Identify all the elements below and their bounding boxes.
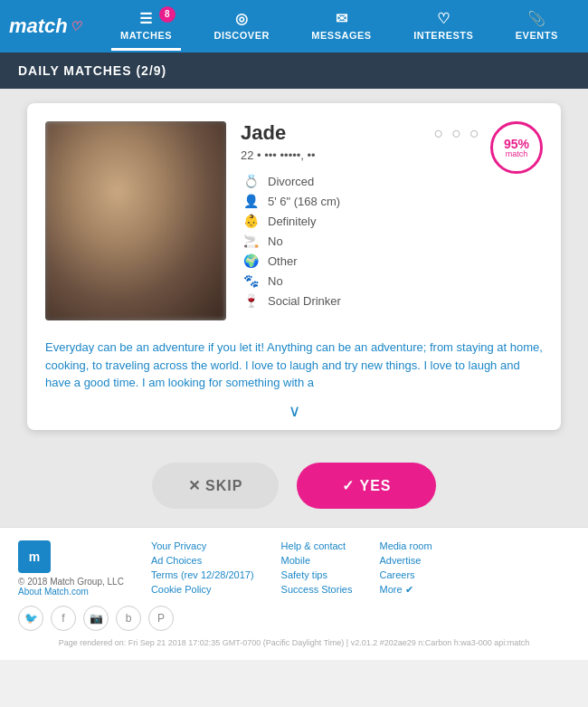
drinking-value: Social Drinker [268,294,341,308]
match-label-text: match [506,150,528,158]
ad-choices-link[interactable]: Ad Choices [151,555,254,566]
events-label: EVENTS [516,30,558,41]
card-container: 95% match Jade ○ ○ ○ 22 • ••• •••••, •• … [0,89,588,444]
action-buttons: ✕ SKIP ✓ YES [0,444,588,527]
more-link[interactable]: More ✔ [379,584,432,596]
nav-discover[interactable]: ◎ DISCOVER [204,3,278,51]
footer-brand: m © 2018 Match Group, LLC About Match.co… [18,540,124,597]
messages-label: MESSAGES [311,30,371,41]
profile-name: Jade [241,121,286,145]
footer-top: m © 2018 Match Group, LLC About Match.co… [18,540,570,597]
profile-photo[interactable] [45,121,226,320]
drinking-icon: 🍷 [241,293,261,308]
skip-button[interactable]: ✕ SKIP [152,463,280,509]
ethnicity-icon: 🌍 [241,253,261,268]
match-percent: 95% [504,138,529,150]
logo-heart-icon: ♡ [70,19,81,33]
detail-smoking: 🚬 No [241,234,543,248]
pets-icon: 🐾 [241,273,261,288]
nav-interests[interactable]: ♡ INTERESTS [404,3,482,51]
pinterest-icon[interactable]: P [148,606,174,631]
profile-name-row: Jade ○ ○ ○ [241,121,481,145]
matches-label: MATCHES [120,30,172,41]
cookie-policy-link[interactable]: Cookie Policy [151,584,254,595]
location-value: • ••• •••••, •• [257,148,316,162]
detail-drinking: 🍷 Social Drinker [241,293,543,308]
detail-ethnicity: 🌍 Other [241,253,543,268]
mobile-link[interactable]: Mobile [281,555,353,566]
media-room-link[interactable]: Media room [379,540,432,551]
interests-label: INTERESTS [413,30,473,41]
help-contact-link[interactable]: Help & contact [281,540,353,551]
discover-label: DISCOVER [213,30,269,41]
card-content: 95% match Jade ○ ○ ○ 22 • ••• •••••, •• … [27,103,561,339]
logo: match♡ [9,14,81,38]
nav-events[interactable]: 📎 EVENTS [507,3,567,51]
daily-matches-title: DAILY MATCHES [18,63,132,78]
nav-messages[interactable]: ✉ MESSAGES [302,3,380,51]
about-link[interactable]: About Match.com [18,587,124,597]
careers-link[interactable]: Careers [379,569,432,580]
safety-tips-link[interactable]: Safety tips [281,569,353,580]
daily-matches-header: DAILY MATCHES (2/9) [0,53,588,89]
discover-icon: ◎ [235,10,249,27]
daily-matches-count: (2/9) [136,63,166,78]
detail-marital-status: 💍 Divorced [241,174,543,188]
ethnicity-value: Other [268,254,298,268]
profile-info: 95% match Jade ○ ○ ○ 22 • ••• •••••, •• … [241,121,543,320]
footer-logo-text: m [29,549,40,564]
pets-value: No [268,274,283,288]
render-text: Page rendered on: Fri Sep 21 2018 17:02:… [18,638,570,647]
smoking-value: No [268,234,283,248]
twitter-icon[interactable]: 🐦 [18,606,43,631]
facebook-icon[interactable]: f [51,606,76,631]
expand-bio-button[interactable]: ∨ [27,401,561,430]
children-value: Definitely [268,215,316,228]
header: match♡ ☰ MATCHES 8 ◎ DISCOVER ✉ MESSAGES… [0,0,588,53]
detail-children: 👶 Definitely [241,214,543,228]
height-icon: 👤 [241,194,261,208]
footer: m © 2018 Match Group, LLC About Match.co… [0,527,588,660]
copyright-text: © 2018 Match Group, LLC [18,577,124,587]
matches-icon: ☰ [139,10,153,27]
footer-links-col-2: Help & contact Mobile Safety tips Succes… [281,540,353,597]
footer-links-col-1: Your Privacy Ad Choices Terms (rev 12/28… [151,540,254,597]
marital-status-value: Divorced [268,175,314,188]
more-dots-button[interactable]: ○ ○ ○ [433,124,481,143]
tumblr-icon[interactable]: b [116,606,141,631]
detail-pets: 🐾 No [241,273,543,288]
nav-matches[interactable]: ☰ MATCHES 8 [111,3,181,51]
messages-icon: ✉ [336,10,348,27]
footer-social: 🐦 f 📷 b P [18,606,570,631]
children-icon: 👶 [241,214,261,228]
smoking-icon: 🚬 [241,234,261,248]
yes-button[interactable]: ✓ YES [297,463,436,509]
events-icon: 📎 [527,10,546,27]
advertise-link[interactable]: Advertise [379,555,432,566]
age-value: 22 [241,148,253,162]
bio-text: Everyday can be an adventure if you let … [45,340,543,389]
bio-section: Everyday can be an adventure if you let … [27,339,561,401]
profile-details: 💍 Divorced 👤 5' 6" (168 cm) 👶 Definitely… [241,174,543,308]
match-circle: 95% match [490,121,543,174]
photo-blur [45,121,226,320]
instagram-icon[interactable]: 📷 [83,606,109,631]
main-nav: ☰ MATCHES 8 ◎ DISCOVER ✉ MESSAGES ♡ INTE… [100,3,579,51]
footer-logo: m [18,540,51,573]
height-value: 5' 6" (168 cm) [268,195,340,208]
success-stories-link[interactable]: Success Stories [281,584,353,595]
your-privacy-link[interactable]: Your Privacy [151,540,254,551]
ring-icon: 💍 [241,174,261,188]
logo-text: match [9,14,68,38]
terms-link[interactable]: Terms (rev 12/28/2017) [151,569,254,580]
footer-links-col-3: Media room Advertise Careers More ✔ [379,540,432,597]
detail-height: 👤 5' 6" (168 cm) [241,194,543,208]
matches-badge: 8 [159,6,175,23]
profile-card: 95% match Jade ○ ○ ○ 22 • ••• •••••, •• … [27,103,561,430]
interests-icon: ♡ [437,10,450,27]
